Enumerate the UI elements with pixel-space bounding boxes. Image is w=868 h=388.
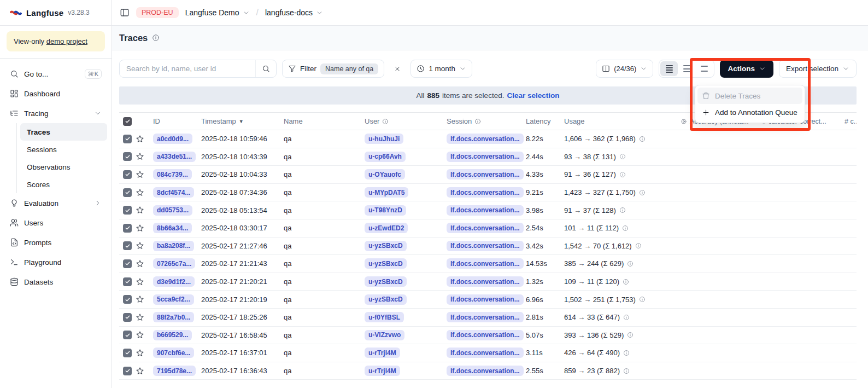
trace-id-badge[interactable]: b669529... — [153, 330, 192, 340]
user-badge[interactable]: u-cp66Avh — [365, 152, 406, 162]
table-row[interactable]: 8dcf4574... 2025-02-18 07:34:36 qa u-MYp… — [119, 184, 857, 202]
session-badge[interactable]: lf.docs.conversation... — [447, 276, 524, 287]
user-badge[interactable]: u-yzSBxcD — [365, 241, 407, 251]
row-checkbox[interactable] — [123, 295, 132, 304]
col-extra[interactable]: # c... — [844, 118, 857, 125]
trace-id-badge[interactable]: dd05753... — [153, 205, 192, 216]
sidebar-item-sessions[interactable]: Sessions — [20, 141, 107, 158]
user-badge[interactable]: u-VIZzvwo — [365, 330, 404, 340]
user-badge[interactable]: u-T98YnzD — [365, 205, 406, 216]
col-latency[interactable]: Latency — [526, 117, 564, 125]
star-icon[interactable] — [136, 135, 144, 143]
row-checkbox[interactable] — [123, 241, 132, 250]
sidebar-item-traces[interactable]: Traces — [20, 123, 107, 141]
table-row[interactable]: 5cca9cf2... 2025-02-17 21:20:19 qa u-yzS… — [119, 291, 857, 309]
row-height-large-button[interactable] — [695, 61, 713, 76]
session-badge[interactable]: lf.docs.conversation... — [447, 169, 524, 179]
row-checkbox[interactable] — [123, 313, 132, 322]
user-badge[interactable]: u-zEwdED2 — [365, 223, 408, 233]
sidebar-item-users[interactable]: Users — [4, 213, 107, 233]
row-checkbox[interactable] — [123, 135, 132, 143]
star-icon[interactable] — [136, 349, 144, 357]
trace-id-badge[interactable]: ba8a208f... — [153, 241, 194, 251]
sidebar-item-dashboard[interactable]: Dashboard — [4, 84, 107, 103]
actions-button[interactable]: Actions — [720, 60, 773, 78]
star-icon[interactable] — [136, 152, 144, 161]
session-badge[interactable]: lf.docs.conversation... — [447, 223, 524, 233]
star-icon[interactable] — [136, 188, 144, 197]
user-badge[interactable]: u-rTrjl4M — [365, 366, 400, 376]
table-row[interactable]: a433de51... 2025-02-18 10:43:39 qa u-cp6… — [119, 148, 857, 166]
trace-id-badge[interactable]: 8b66a34... — [153, 223, 192, 233]
clear-selection-link[interactable]: Clear selection — [507, 91, 559, 100]
table-row[interactable]: b669529... 2025-02-17 16:58:45 qa u-VIZz… — [119, 327, 857, 345]
row-checkbox[interactable] — [123, 277, 132, 286]
trace-id-badge[interactable]: 5cca9cf2... — [153, 294, 194, 305]
panel-left-icon[interactable] — [120, 8, 130, 18]
search-submit[interactable] — [255, 60, 276, 77]
session-badge[interactable]: lf.docs.conversation... — [447, 205, 524, 216]
row-height-small-button[interactable] — [660, 61, 678, 76]
session-badge[interactable]: lf.docs.conversation... — [447, 294, 524, 305]
col-timestamp[interactable]: Timestamp▼ — [201, 117, 284, 125]
col-name[interactable]: Name — [284, 117, 365, 125]
user-badge[interactable]: u-yzSBxcD — [365, 258, 407, 269]
row-checkbox[interactable] — [123, 170, 132, 179]
time-range-button[interactable]: 1 month — [410, 60, 472, 78]
project-switcher[interactable]: langfuse-docs — [265, 8, 323, 17]
session-badge[interactable]: lf.docs.conversation... — [447, 258, 524, 269]
session-badge[interactable]: lf.docs.conversation... — [447, 134, 524, 144]
session-badge[interactable]: lf.docs.conversation... — [447, 241, 524, 251]
user-badge[interactable]: u-MYpDAT5 — [365, 187, 408, 198]
star-icon[interactable] — [136, 259, 144, 268]
user-badge[interactable]: u-yzSBxcD — [365, 276, 407, 287]
star-icon[interactable] — [136, 224, 144, 233]
sidebar-item-observations[interactable]: Observations — [20, 158, 107, 176]
trace-id-badge[interactable]: a0cd0d9... — [153, 134, 192, 144]
user-badge[interactable]: u-f0YfBSL — [365, 312, 404, 322]
sidebar-item-goto[interactable]: Go to... K — [4, 64, 107, 84]
menu-item-add-to-annotation-queue[interactable]: Add to Annotation Queue — [697, 104, 802, 120]
session-badge[interactable]: lf.docs.conversation... — [447, 330, 524, 340]
table-row[interactable]: dd05753... 2025-02-18 05:13:54 qa u-T98Y… — [119, 201, 857, 219]
row-checkbox[interactable] — [123, 188, 132, 197]
org-switcher[interactable]: Langfuse Demo — [185, 8, 250, 17]
row-checkbox[interactable] — [123, 349, 132, 357]
table-row[interactable]: 084c739... 2025-02-18 10:04:33 qa u-OYau… — [119, 166, 857, 184]
star-icon[interactable] — [136, 313, 144, 322]
star-icon[interactable] — [136, 241, 144, 250]
star-icon[interactable] — [136, 277, 144, 286]
select-all-checkbox[interactable] — [123, 117, 132, 126]
session-badge[interactable]: lf.docs.conversation... — [447, 187, 524, 198]
sidebar-item-datasets[interactable]: Datasets — [4, 272, 107, 292]
trace-id-badge[interactable]: 8dcf4574... — [153, 187, 194, 198]
table-row[interactable]: 8b66a34... 2025-02-18 03:30:17 qa u-zEwd… — [119, 219, 857, 238]
user-badge[interactable]: u-yzSBxcD — [365, 294, 407, 305]
star-icon[interactable] — [136, 295, 144, 304]
user-badge[interactable]: u-huJhuJi — [365, 134, 403, 144]
col-user[interactable]: User — [365, 117, 447, 125]
row-checkbox[interactable] — [123, 367, 132, 375]
row-checkbox[interactable] — [123, 259, 132, 268]
session-badge[interactable]: lf.docs.conversation... — [447, 152, 524, 162]
star-icon[interactable] — [136, 367, 144, 375]
session-badge[interactable]: lf.docs.conversation... — [447, 312, 524, 322]
col-usage[interactable]: Usage — [564, 117, 681, 125]
trace-id-badge[interactable]: a433de51... — [153, 152, 196, 162]
table-row[interactable]: 88f2a7b0... 2025-02-17 18:25:26 qa u-f0Y… — [119, 309, 857, 327]
trace-id-badge[interactable]: 07265c7a... — [153, 258, 195, 269]
table-row[interactable]: 907cbf6e... 2025-02-17 16:37:01 qa u-rTr… — [119, 344, 857, 362]
demo-project-link[interactable]: demo project — [46, 37, 87, 45]
columns-button[interactable]: (24/36) — [596, 60, 653, 78]
col-session[interactable]: Session — [447, 117, 526, 125]
sidebar-item-playground[interactable]: Playground — [4, 252, 107, 272]
table-row[interactable]: d3e9d1f2... 2025-02-17 21:20:21 qa u-yzS… — [119, 273, 857, 291]
table-row[interactable]: ba8a208f... 2025-02-17 21:27:46 qa u-yzS… — [119, 238, 857, 256]
filter-button[interactable]: Filter Name any of qa — [282, 60, 384, 78]
row-checkbox[interactable] — [123, 331, 132, 339]
trace-id-badge[interactable]: 7195d78e... — [153, 366, 196, 376]
trace-id-badge[interactable]: d3e9d1f2... — [153, 276, 195, 287]
sidebar-item-scores[interactable]: Scores — [20, 176, 107, 193]
trace-id-badge[interactable]: 907cbf6e... — [153, 348, 194, 358]
search-input[interactable] — [120, 65, 255, 73]
